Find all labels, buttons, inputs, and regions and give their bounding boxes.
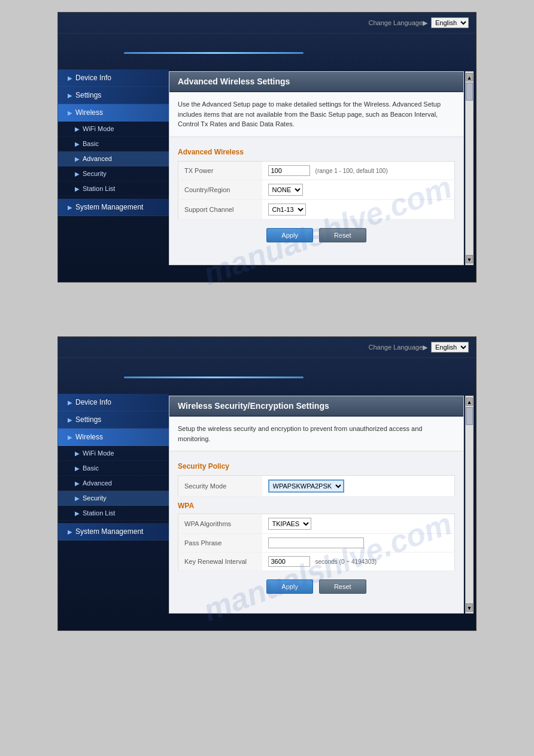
support-channel-select[interactable]: Ch1-13 [268,204,306,215]
wpa-title: WPA [178,502,455,510]
table-row: Security Mode WPAPSKWPA2PSK WPA2PSK WPAP… [178,476,455,497]
field-label: Support Channel [178,199,262,219]
arrow-icon: ▶ [68,529,72,535]
sidebar-item-device-info-1[interactable]: ▶ Device Info [58,69,169,87]
content-title-2: Wireless Security/Encryption Settings [169,396,463,417]
table-row: TX Power (range 1 - 100, default 100) [178,161,455,180]
apply-button-1[interactable]: Apply [266,228,313,242]
panel-1: manualshlve.com Change Language▶ English… [57,12,477,283]
scrollbar-1[interactable]: ▲ ▼ [465,71,474,265]
sidebar-item-advanced-1[interactable]: ▶ Advanced [58,151,169,166]
sub-arrow-icon: ▶ [75,156,80,162]
content-panel-2: Wireless Security/Encryption Settings Se… [169,396,464,614]
sidebar-item-wifi-mode-1[interactable]: ▶ WiFi Mode [58,122,169,136]
field-value: seconds (0 ~ 4194303) [262,552,455,571]
section-title-1: Advanced Wireless [178,148,455,156]
sub-arrow-icon: ▶ [75,186,80,192]
sidebar-label: Device Info [75,74,111,82]
sidebar-label: Wireless [75,433,103,441]
field-label: Pass Phrase [178,534,262,552]
header-bar-2: Change Language▶ English [58,337,476,358]
sidebar-label: Settings [75,91,101,99]
button-row-2: Apply Reset [178,571,455,602]
security-mode-table: Security Mode WPAPSKWPA2PSK WPA2PSK WPAP… [178,475,455,497]
bottom-pad-1 [58,270,476,282]
arrow-icon: ▶ [68,399,72,406]
key-renewal-input[interactable] [268,556,310,567]
sidebar-item-basic-1[interactable]: ▶ Basic [58,136,169,151]
sub-arrow-icon: ▶ [75,171,80,177]
sidebar-item-system-management-1[interactable]: ▶ System Management [58,199,169,216]
tx-power-input[interactable] [268,165,310,176]
change-language-label-1: Change Language▶ [368,19,427,27]
sidebar-item-security-1[interactable]: ▶ Security [58,166,169,181]
sidebar-label: Wireless [75,108,103,117]
sub-arrow-icon: ▶ [75,450,80,457]
language-select-1[interactable]: English [431,17,469,28]
table-row: Country/Region NONE [178,180,455,199]
content-description-1: Use the Advanced Setup page to make deta… [169,92,463,137]
apply-button-2[interactable]: Apply [266,579,313,594]
sidebar-sub-label: Station List [83,509,115,517]
change-language-label-2: Change Language▶ [368,344,427,351]
pass-phrase-input[interactable] [268,538,364,548]
table-row: Key Renewal Interval seconds (0 ~ 419430… [178,552,455,571]
sidebar-label: Device Info [75,398,111,406]
sub-arrow-icon: ▶ [75,126,80,132]
scrollbar-2[interactable]: ▲ ▼ [465,396,474,614]
field-label: WPA Algorithms [178,514,262,534]
logo-area-2 [58,358,476,391]
sidebar-item-basic-2[interactable]: ▶ Basic [58,461,169,476]
sidebar-item-station-list-1[interactable]: ▶ Station List [58,181,169,196]
country-region-select[interactable]: NONE [268,184,303,196]
sidebar-sub-label: Station List [83,185,115,192]
reset-button-1[interactable]: Reset [319,228,366,242]
sidebar-item-station-list-2[interactable]: ▶ Station List [58,506,169,521]
sidebar-item-wireless-2[interactable]: ▶ Wireless [58,429,169,446]
sidebar-item-wireless-1[interactable]: ▶ Wireless [58,104,169,122]
button-row-1: Apply Reset [178,220,455,251]
sidebar-label: System Management [75,203,143,211]
sidebar-item-settings-2[interactable]: ▶ Settings [58,411,169,429]
settings-table-1: TX Power (range 1 - 100, default 100) Co… [178,161,455,220]
arrow-icon: ▶ [68,110,72,116]
bottom-pad-2 [58,618,476,630]
sidebar-label: System Management [75,527,143,536]
sidebar-sub-label: Basic [83,140,99,147]
main-area-1: ▶ Device Info ▶ Settings ▶ Wireless ▶ Wi… [58,66,476,270]
sidebar-item-advanced-2[interactable]: ▶ Advanced [58,476,169,491]
panel-2: manualshlve.com Change Language▶ English… [57,336,477,631]
sidebar-sub-label: Advanced [83,155,112,162]
reset-button-2[interactable]: Reset [319,579,366,594]
sidebar-item-security-2[interactable]: ▶ Security [58,491,169,506]
wpa-table: WPA Algorithms TKIPAES TKIP AES Pass Phr… [178,514,455,571]
field-label: Security Mode [178,476,262,497]
security-mode-select[interactable]: WPAPSKWPA2PSK WPA2PSK WPAPSK None [268,479,344,493]
arrow-icon: ▶ [68,417,72,423]
table-row: WPA Algorithms TKIPAES TKIP AES [178,514,455,534]
header-bar-1: Change Language▶ English [58,13,476,34]
logo-bar-2 [124,377,304,378]
sidebar-item-system-management-2[interactable]: ▶ System Management [58,523,169,541]
sidebar-label: Settings [75,415,101,424]
language-select-2[interactable]: English [431,342,469,353]
sidebar-sub-label: WiFi Mode [83,450,114,457]
field-label: TX Power [178,161,262,180]
sidebar-item-settings-1[interactable]: ▶ Settings [58,87,169,104]
field-value: WPAPSKWPA2PSK WPA2PSK WPAPSK None [262,476,455,497]
sidebar-sub-label: Basic [83,464,99,472]
sub-arrow-icon: ▶ [75,495,80,502]
sidebar-item-device-info-2[interactable]: ▶ Device Info [58,394,169,411]
field-label: Key Renewal Interval [178,552,262,571]
table-row: Pass Phrase [178,534,455,552]
main-area-2: ▶ Device Info ▶ Settings ▶ Wireless ▶ Wi… [58,391,476,618]
wpa-algorithms-select[interactable]: TKIPAES TKIP AES [268,518,311,530]
sidebar-sub-label: Security [83,494,107,502]
sidebar-sub-label: Advanced [83,479,112,487]
content-description-2: Setup the wireless security and encrypti… [169,417,463,451]
sidebar-item-wifi-mode-2[interactable]: ▶ WiFi Mode [58,446,169,461]
sub-arrow-icon: ▶ [75,510,80,517]
content-panel-1: Advanced Wireless Settings Use the Advan… [169,71,464,265]
panel-gap [12,306,522,336]
field-value: (range 1 - 100, default 100) [262,161,455,180]
